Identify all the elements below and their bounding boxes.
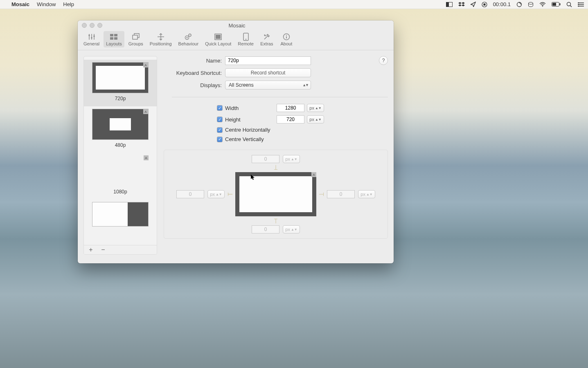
- timer-text[interactable]: 00:00.1: [493, 1, 511, 7]
- tab-label: Groups: [128, 41, 143, 46]
- disk-icon[interactable]: [528, 2, 534, 7]
- displays-label: Displays:: [164, 82, 222, 88]
- layouts-sidebar: A 720p A 480p A 1080p: [83, 56, 157, 255]
- prefs-toolbar: General Layouts Groups Positioning Behav…: [78, 30, 394, 50]
- tab-layouts[interactable]: Layouts: [104, 31, 124, 47]
- remove-layout-button[interactable]: −: [99, 246, 107, 254]
- close-button[interactable]: [82, 23, 87, 28]
- wifi-icon[interactable]: [539, 2, 546, 7]
- svg-point-16: [578, 4, 579, 5]
- tab-label: General: [83, 41, 99, 46]
- margin-left-input[interactable]: [176, 190, 204, 198]
- margin-bottom-unit[interactable]: px▲▼: [283, 225, 300, 233]
- svg-rect-25: [114, 34, 117, 36]
- badge-a-icon: A: [143, 63, 148, 67]
- layout-label: 480p: [115, 142, 126, 148]
- location-icon[interactable]: [471, 2, 476, 7]
- quick-layout-icon: [213, 32, 223, 41]
- spotlight-icon[interactable]: [566, 2, 572, 7]
- spacer-indicator-icon: ⟘: [274, 165, 278, 171]
- stop-icon[interactable]: [482, 2, 487, 7]
- layout-item-720p[interactable]: A 720p: [84, 60, 157, 106]
- layout-thumb: A: [92, 62, 149, 93]
- tab-positioning[interactable]: Positioning: [147, 31, 174, 47]
- svg-point-38: [245, 39, 246, 40]
- height-unit-select[interactable]: px▲▼: [307, 115, 324, 123]
- tab-about[interactable]: About: [277, 31, 295, 47]
- layout-thumb: [92, 202, 149, 227]
- svg-rect-21: [88, 35, 90, 36]
- layout-item-custom[interactable]: [84, 200, 157, 231]
- sync-icon[interactable]: [516, 2, 522, 7]
- svg-rect-24: [110, 34, 113, 36]
- notifications-icon[interactable]: [578, 2, 584, 7]
- tab-label: About: [280, 41, 292, 46]
- groups-icon: [131, 32, 141, 41]
- tab-remote[interactable]: Remote: [235, 31, 256, 47]
- minimize-button[interactable]: [90, 23, 95, 28]
- svg-point-10: [567, 2, 571, 6]
- add-layout-button[interactable]: +: [87, 246, 95, 254]
- menubar-split-icon[interactable]: [446, 2, 453, 7]
- spacer-indicator-icon: ⟘: [319, 192, 324, 196]
- preferences-window: Mosaic General Layouts Groups Positionin…: [78, 20, 394, 263]
- svg-rect-27: [114, 37, 117, 40]
- app-menu[interactable]: Mosaic: [11, 1, 29, 7]
- tab-label: Positioning: [150, 41, 172, 46]
- height-checkbox[interactable]: ✓: [217, 117, 223, 122]
- tab-label: Remote: [238, 41, 254, 46]
- gear-icon: [183, 32, 194, 41]
- width-label: Width: [225, 105, 274, 111]
- layout-item-480p[interactable]: A 480p: [84, 106, 157, 153]
- centre-v-checkbox[interactable]: ✓: [217, 137, 223, 142]
- margin-right-unit[interactable]: px▲▼: [358, 190, 375, 198]
- layout-thumb: A: [92, 155, 149, 186]
- layouts-icon: [108, 32, 119, 41]
- zoom-button[interactable]: [97, 23, 102, 28]
- centre-h-checkbox[interactable]: ✓: [217, 127, 223, 133]
- width-input[interactable]: [277, 104, 304, 112]
- window-titlebar: Mosaic: [78, 20, 394, 30]
- margin-bottom-input[interactable]: [252, 225, 279, 233]
- margin-left-unit[interactable]: px▲▼: [207, 190, 225, 198]
- svg-rect-22: [91, 37, 92, 38]
- battery-icon[interactable]: [552, 2, 561, 7]
- tab-general[interactable]: General: [81, 31, 102, 47]
- tab-label: Quick Layout: [205, 41, 231, 46]
- help-button[interactable]: ?: [379, 56, 388, 65]
- layout-item-1080p[interactable]: A 1080p: [84, 153, 157, 200]
- tab-label: Layouts: [106, 41, 122, 46]
- svg-point-40: [286, 35, 287, 36]
- info-icon: [281, 32, 292, 41]
- tab-groups[interactable]: Groups: [126, 31, 146, 47]
- spacer-indicator-icon: ⟘: [227, 192, 233, 196]
- margin-top-unit[interactable]: px▲▼: [283, 155, 300, 163]
- spacer-indicator-icon: ⟘: [274, 218, 278, 224]
- layout-thumb: A: [92, 109, 149, 140]
- name-label: Name:: [164, 58, 222, 64]
- dropbox-icon[interactable]: [458, 2, 465, 7]
- svg-rect-36: [216, 35, 221, 39]
- margin-right-input[interactable]: [327, 190, 355, 198]
- displays-value: All Screens: [229, 82, 254, 88]
- svg-point-15: [578, 2, 579, 3]
- svg-line-11: [570, 5, 572, 7]
- svg-point-6: [542, 6, 543, 7]
- width-checkbox[interactable]: ✓: [217, 105, 223, 111]
- margin-top-input[interactable]: [252, 155, 279, 163]
- name-input[interactable]: [225, 56, 311, 65]
- svg-rect-3: [483, 3, 485, 5]
- badge-a-icon: A: [144, 155, 149, 160]
- menu-window[interactable]: Window: [37, 1, 56, 7]
- svg-rect-9: [552, 3, 556, 6]
- height-input[interactable]: [277, 115, 304, 123]
- tab-quick-layout[interactable]: Quick Layout: [203, 31, 234, 47]
- menu-help[interactable]: Help: [63, 1, 74, 7]
- tab-label: Extras: [260, 41, 273, 46]
- svg-rect-23: [93, 36, 95, 37]
- width-unit-select[interactable]: px▲▼: [307, 104, 324, 112]
- tab-behaviour[interactable]: Behaviour: [176, 31, 201, 47]
- displays-select[interactable]: All Screens ▲▼: [225, 81, 311, 90]
- record-shortcut-button[interactable]: Record shortcut: [225, 68, 311, 77]
- tab-extras[interactable]: Extras: [258, 31, 276, 47]
